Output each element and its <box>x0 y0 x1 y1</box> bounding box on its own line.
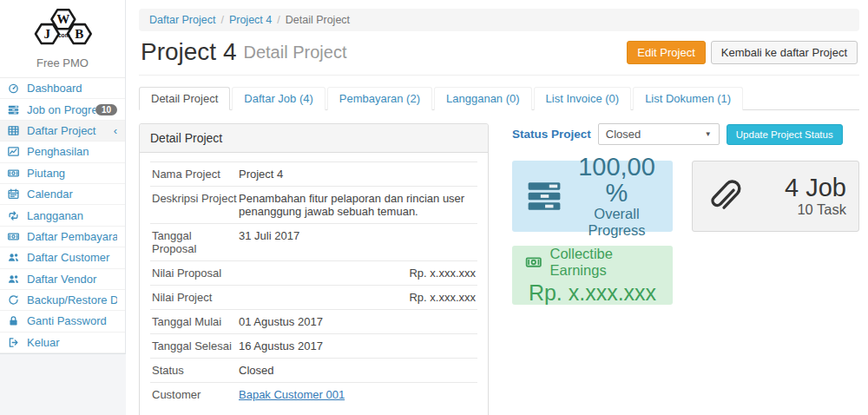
detail-row-nilai-project: Nilai ProjectRp. x.xxx.xxx <box>150 285 477 309</box>
detail-value: Bapak Customer 001 <box>239 388 476 401</box>
tab-list-dokumen-1[interactable]: List Dokumen (1) <box>633 87 743 110</box>
logo-letter-b: B <box>75 27 83 41</box>
back-to-list-button[interactable]: Kembali ke daftar Project <box>711 41 858 64</box>
breadcrumb-separator: / <box>277 14 279 26</box>
sidebar-item-label: Calendar <box>27 188 117 201</box>
sidebar-item-label: Ganti Password <box>27 314 117 327</box>
jwb-logo-icon: W J B .com <box>26 7 99 52</box>
sidebar-item-piutang[interactable]: Piutang <box>0 163 125 184</box>
detail-row-nilai-proposal: Nilai ProposalRp. x.xxx.xxx <box>150 260 477 285</box>
table-icon <box>8 124 23 136</box>
users-icon <box>8 252 23 264</box>
sidebar-menu: DashboardJob on Progress10Daftar Project… <box>0 77 125 353</box>
right-column: Status Project Closed ▼ Update Project S… <box>512 123 859 415</box>
sidebar-item-langganan[interactable]: Langganan <box>0 205 125 226</box>
sidebar-item-ganti-password[interactable]: Ganti Password <box>0 311 125 332</box>
users-icon <box>8 273 23 285</box>
page-title: Project 4 <box>141 38 237 66</box>
sidebar-item-label: Daftar Project <box>27 124 110 137</box>
header-divider <box>139 75 859 76</box>
progress-label: Overall Progress <box>573 206 661 239</box>
panel-title: Detail Project <box>140 124 488 153</box>
earnings-value: Rp. x.xxx.xxx <box>524 280 661 306</box>
detail-project-panel: Detail Project Nama ProjectProject 4Desk… <box>139 123 489 415</box>
detail-value: 01 Agustus 2017 <box>239 315 476 328</box>
sidebar-item-backup-restore-db[interactable]: Backup/Restore DB <box>0 290 125 311</box>
sidebar-item-daftar-project[interactable]: Daftar Project‹ <box>0 121 125 142</box>
sidebar-item-label: Backup/Restore DB <box>27 293 117 306</box>
money-icon <box>524 254 543 270</box>
tab-pembayaran-2[interactable]: Pembayaran (2) <box>327 87 432 110</box>
task-count: 10 Task <box>741 201 846 218</box>
detail-label: Nilai Proposal <box>152 267 239 280</box>
detail-row-tanggal-selesai: Tanggal Selesai16 Agustus 2017 <box>150 333 477 358</box>
sidebar-item-calendar[interactable]: Calendar <box>0 184 125 205</box>
breadcrumb-item-daftar-project[interactable]: Daftar Project <box>149 14 215 26</box>
calendar-icon <box>8 188 23 201</box>
sidebar-item-label: Penghasilan <box>27 145 117 158</box>
chevron-down-icon: ▼ <box>705 130 712 138</box>
detail-value: Project 4 <box>239 168 476 181</box>
money-icon <box>8 167 23 179</box>
sidebar-item-label: Piutang <box>27 167 117 180</box>
sidebar-item-daftar-pembayaran[interactable]: Daftar Pembayaran <box>0 227 125 247</box>
customer-link[interactable]: Bapak Customer 001 <box>239 388 345 401</box>
sidebar-item-label: Langganan <box>27 209 117 222</box>
status-select[interactable]: Closed ▼ <box>598 123 720 145</box>
tab-daftar-job-4[interactable]: Daftar Job (4) <box>232 87 325 110</box>
tab-langganan-0[interactable]: Langganan (0) <box>434 87 532 110</box>
detail-label: Customer <box>152 388 239 401</box>
retweet-icon <box>8 209 23 221</box>
update-status-button[interactable]: Update Project Status <box>727 124 843 145</box>
logo: W J B .com Free PMO <box>0 7 125 69</box>
progress-value: 100,00 % <box>573 154 661 207</box>
breadcrumb: Daftar Project/Project 4/Detail Project <box>139 9 859 31</box>
sidebar-item-keluar[interactable]: Keluar <box>0 333 125 353</box>
sidebar: W J B .com Free PMO DashboardJob on Prog… <box>0 0 126 354</box>
sidebar-item-label: Daftar Customer <box>27 251 117 264</box>
brand-text: Free PMO <box>0 56 125 69</box>
refresh-icon <box>8 294 23 306</box>
detail-row-customer: CustomerBapak Customer 001 <box>150 382 477 406</box>
logo-letter-w: W <box>56 12 69 26</box>
tasks-icon <box>524 178 564 214</box>
tab-detail-project[interactable]: Detail Project <box>139 87 230 110</box>
breadcrumb-item-project-4[interactable]: Project 4 <box>229 14 272 26</box>
edit-project-button[interactable]: Edit Project <box>627 41 705 64</box>
detail-value: Penambahan fitur pelaporan dan rincian u… <box>239 192 476 218</box>
sidebar-item-penghasilan[interactable]: Penghasilan <box>0 142 125 162</box>
tab-list-invoice-0[interactable]: List Invoice (0) <box>534 87 632 110</box>
detail-label: Nama Project <box>152 168 239 181</box>
page: W J B .com Free PMO DashboardJob on Prog… <box>0 0 868 415</box>
lock-icon <box>8 315 23 327</box>
sidebar-item-label: Keluar <box>27 336 117 349</box>
sidebar-item-label: Daftar Vendor <box>27 273 117 286</box>
detail-label: Nilai Project <box>152 291 239 304</box>
detail-row-status: StatusClosed <box>150 358 477 382</box>
job-task-box: 4 Job 10 Task <box>692 161 859 232</box>
count-badge: 10 <box>95 104 117 115</box>
sidebar-item-daftar-customer[interactable]: Daftar Customer <box>0 247 125 268</box>
sidebar-item-dashboard[interactable]: Dashboard <box>0 78 125 99</box>
detail-label: Status <box>152 364 239 377</box>
detail-value: 31 Juli 2017 <box>239 229 476 255</box>
sidebar-item-label: Dashboard <box>27 82 117 95</box>
detail-table: Nama ProjectProject 4Deskripsi ProjectPe… <box>140 153 488 415</box>
sidebar-item-daftar-vendor[interactable]: Daftar Vendor <box>0 269 125 290</box>
detail-value: Closed <box>239 364 476 377</box>
collectible-earnings-box: Collectibe Earnings Rp. x.xxx.xxx <box>512 246 673 305</box>
sidebar-item-label: Daftar Pembayaran <box>27 230 117 243</box>
detail-value: Rp. x.xxx.xxx <box>239 291 476 304</box>
sign-out-icon <box>8 336 23 348</box>
detail-row-tanggal-proposal: Tanggal Proposal31 Juli 2017 <box>150 223 477 260</box>
detail-label: Tanggal Selesai <box>152 339 239 352</box>
sidebar-item-label: Job on Progress <box>27 103 95 116</box>
tab-bar: Detail ProjectDaftar Job (4)Pembayaran (… <box>139 86 859 110</box>
detail-label: Tanggal Proposal <box>152 229 239 255</box>
status-select-value: Closed <box>606 128 641 141</box>
detail-row-nama-project: Nama ProjectProject 4 <box>150 161 477 186</box>
sidebar-item-job-on-progress[interactable]: Job on Progress10 <box>0 99 125 120</box>
chevron-left-icon: ‹ <box>114 124 117 137</box>
page-subtitle: Detail Project <box>244 43 347 63</box>
money-icon <box>8 230 23 242</box>
